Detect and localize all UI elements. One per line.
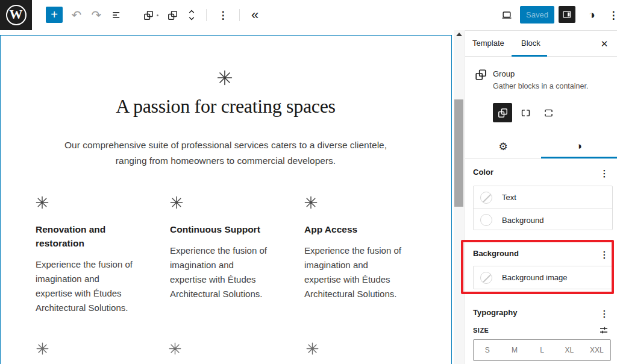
view-preview-button[interactable]: [500, 8, 514, 22]
intro-line: ranging from homeowners to commercial de…: [1, 153, 451, 169]
service-title: Renovation and restoration: [36, 222, 159, 250]
sliders-icon: [598, 325, 609, 336]
saved-button[interactable]: Saved: [520, 6, 554, 24]
size-label: SIZE: [473, 327, 489, 334]
tab-template[interactable]: Template: [472, 39, 504, 48]
asterisk-icon: [306, 342, 319, 355]
asterisk-icon: [169, 342, 181, 355]
settings-sidebar-toggle-button[interactable]: [559, 6, 575, 23]
asterisk-icon: [36, 342, 49, 355]
page-intro-paragraph[interactable]: Our comprehensive suite of professional …: [1, 137, 451, 169]
page-heading[interactable]: A passion for creating spaces: [1, 95, 451, 118]
background-tools-box: Background image: [473, 266, 613, 289]
service-title: App Access: [304, 222, 428, 236]
background-color-row[interactable]: Background: [474, 209, 612, 231]
service-description: Experience the fusion of imagination and…: [36, 257, 159, 315]
undo-button[interactable]: ↶: [69, 8, 84, 22]
group-variation-icon: [497, 107, 509, 119]
redo-button[interactable]: ↷: [89, 8, 104, 22]
asterisk-icon: [36, 196, 159, 209]
wordpress-logo-button[interactable]: W: [0, 0, 32, 30]
stack-variation-icon: [543, 107, 554, 119]
section-title: Background: [473, 249, 519, 258]
sidebar-tab-bar: Template Block ✕: [465, 31, 617, 57]
editor-top-bar: W + ↶ ↷ ⋮ « Saved ◑ ⋮: [0, 0, 617, 30]
background-section-header: Background ⋮: [465, 249, 617, 261]
sidebar-icon: [562, 9, 572, 20]
double-chevron-left-icon: «: [251, 8, 258, 22]
section-title: Color: [473, 168, 493, 177]
toolbar-separator-dot: [157, 14, 158, 16]
editor-canvas-selected-group[interactable]: A passion for creating spaces Our compre…: [0, 35, 452, 364]
tab-styles[interactable]: ◑: [571, 138, 587, 155]
toolbar-divider: [239, 9, 240, 21]
styles-button[interactable]: ◑: [584, 7, 599, 22]
canvas-scrollbar[interactable]: [454, 30, 464, 364]
typography-options-button[interactable]: ⋮: [597, 307, 612, 321]
service-description: Experience the fusion of imagination and…: [170, 243, 293, 301]
service-column[interactable]: App Access Experience the fusion of imag…: [304, 196, 428, 301]
size-option-s[interactable]: S: [474, 340, 501, 360]
kebab-icon: ⋮: [609, 10, 617, 20]
tab-block[interactable]: Block: [521, 39, 540, 48]
scrollbar-thumb[interactable]: [454, 99, 463, 207]
color-options-button[interactable]: ⋮: [597, 166, 612, 181]
kebab-icon: ⋮: [218, 10, 228, 20]
select-group-block-button[interactable]: [141, 8, 155, 22]
wordpress-logo-icon: W: [6, 5, 27, 25]
size-option-m[interactable]: M: [501, 340, 528, 360]
group-block-icon: [474, 68, 487, 84]
variation-stack-button[interactable]: [539, 103, 558, 122]
tab-settings[interactable]: ⚙: [495, 138, 512, 155]
half-circle-icon: ◑: [576, 140, 582, 152]
chevron-up-down-icon: [186, 8, 197, 22]
variation-row-button[interactable]: [516, 103, 535, 122]
close-sidebar-button[interactable]: ✕: [597, 36, 612, 52]
collapse-toolbar-button[interactable]: «: [248, 8, 262, 22]
asterisk-icon: [217, 70, 233, 86]
background-image-row[interactable]: Background image: [474, 266, 612, 289]
section-title: Typography: [473, 308, 517, 317]
size-option-xl[interactable]: XL: [556, 340, 583, 360]
add-block-button[interactable]: +: [46, 7, 63, 23]
settings-sidebar: Template Block ✕ Group Gather blocks in …: [465, 30, 617, 364]
move-block-buttons[interactable]: [184, 8, 199, 22]
background-image-swatch-none-icon: [480, 272, 492, 284]
editor-options-button[interactable]: ⋮: [606, 8, 617, 22]
asterisk-icon: [170, 196, 293, 209]
size-option-l[interactable]: L: [528, 340, 556, 360]
service-column[interactable]: Continuous Support Experience the fusion…: [170, 196, 293, 301]
variation-group-button[interactable]: [493, 103, 512, 122]
intro-line: Our comprehensive suite of professional …: [1, 137, 451, 153]
block-card-description: Gather blocks in a container.: [493, 82, 588, 90]
list-view-icon: [111, 9, 123, 21]
scrollbar-up-arrow[interactable]: [456, 33, 462, 36]
block-card-title: Group: [493, 69, 515, 78]
redo-icon: ↷: [92, 9, 102, 21]
text-color-swatch-none-icon: [480, 192, 492, 204]
background-options-button[interactable]: ⋮: [597, 248, 612, 262]
size-settings-button[interactable]: [595, 324, 612, 338]
undo-icon: ↶: [72, 9, 82, 21]
toolbar-divider: [206, 9, 207, 21]
text-color-row[interactable]: Text: [474, 186, 612, 209]
asterisk-icon: [304, 196, 428, 209]
service-column[interactable]: Renovation and restoration Experience th…: [36, 196, 159, 315]
background-color-swatch-icon: [480, 214, 492, 226]
half-circle-icon: ◑: [588, 9, 595, 20]
block-type-button[interactable]: [165, 8, 180, 22]
block-options-button[interactable]: ⋮: [216, 8, 230, 22]
color-section-header: Color ⋮: [465, 168, 617, 180]
settings-styles-tab-bar: ⚙ ◑: [465, 134, 617, 158]
active-tab-underline: [541, 157, 617, 158]
service-description: Experience the fusion of imagination and…: [304, 243, 428, 301]
font-size-segmented-control: S M L XL XXL: [473, 339, 611, 361]
laptop-icon: [501, 9, 513, 21]
active-tab-underline: [512, 55, 547, 57]
document-overview-button[interactable]: [110, 8, 124, 22]
group-block-icon: [143, 10, 154, 21]
size-option-xxl[interactable]: XXL: [583, 340, 610, 360]
service-title: Continuous Support: [170, 222, 293, 236]
typography-section-header: Typography ⋮: [465, 308, 617, 320]
gear-icon: ⚙: [498, 140, 507, 153]
